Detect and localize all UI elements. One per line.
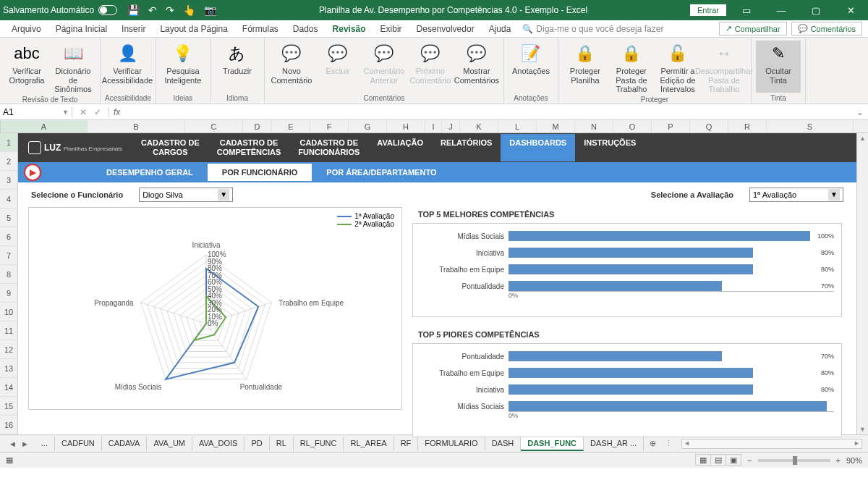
ribbon-pesquisa-inteligente[interactable]: 💡Pesquisa Inteligente xyxy=(161,41,205,93)
col-header[interactable]: B xyxy=(88,120,185,132)
row-header[interactable]: 5 xyxy=(0,209,17,227)
menu-página-inicial[interactable]: Página Inicial xyxy=(48,24,114,34)
col-header[interactable]: M xyxy=(537,120,575,132)
subtab[interactable]: POR FUNCIONÁRIO xyxy=(208,164,312,181)
subtab[interactable]: POR ÁREA/DEPARTAMENTO xyxy=(312,164,451,181)
row-header[interactable]: 12 xyxy=(0,340,17,359)
col-header[interactable]: C xyxy=(185,120,243,132)
accept-formula-icon[interactable]: ✓ xyxy=(94,107,101,117)
col-header[interactable]: L xyxy=(498,120,537,132)
nav-item[interactable]: CADASTRO DECOMPETÊNCIAS xyxy=(208,134,290,161)
menu-ajuda[interactable]: Ajuda xyxy=(482,24,519,34)
menu-revisão[interactable]: Revisão xyxy=(326,24,373,34)
sheet-tab[interactable]: PD xyxy=(244,437,269,451)
sheet-tab[interactable]: DASH_AR ... xyxy=(584,437,644,451)
ribbon-traduzir[interactable]: あTraduzir xyxy=(215,41,260,93)
ribbon-permitir-a-edi-o-de-intervalos[interactable]: 🔓Permitir a Edição de Intervalos xyxy=(655,41,700,94)
tab-prev-icon[interactable]: ◄ xyxy=(9,439,17,448)
row-header[interactable]: 9 xyxy=(0,284,17,303)
ribbon-novo-coment-rio[interactable]: 💬Novo Comentário xyxy=(269,41,314,93)
employee-select[interactable]: Diogo Silva▼ xyxy=(139,188,233,202)
col-header[interactable]: J xyxy=(442,120,460,132)
menu-dados[interactable]: Dados xyxy=(286,24,326,34)
undo-icon[interactable]: ↶ xyxy=(148,4,157,16)
share-button[interactable]: ↗Compartilhar xyxy=(719,22,787,35)
col-header[interactable]: I xyxy=(425,120,442,132)
nav-item[interactable]: DASHBOARDS xyxy=(501,134,575,161)
ribbon-proteger-pasta-de-trabalho[interactable]: 🔒Proteger Pasta de Trabalho xyxy=(609,41,654,94)
col-header[interactable]: E xyxy=(272,120,310,132)
sheet-tab[interactable]: ... xyxy=(35,437,55,451)
row-header[interactable]: 2 xyxy=(0,152,17,171)
nav-item[interactable]: CADASTRO DECARGOS xyxy=(132,134,208,161)
col-header[interactable]: G xyxy=(349,120,387,132)
menu-arquivo[interactable]: Arquivo xyxy=(4,24,48,34)
ribbon-dicion-rio-de-sin-nimos[interactable]: 📖Dicionário de Sinônimos xyxy=(51,41,95,94)
row-header[interactable]: 1 xyxy=(0,133,17,152)
vertical-scrollbar[interactable] xyxy=(856,133,868,434)
row-header[interactable]: 11 xyxy=(0,321,17,340)
autosave-toggle[interactable]: Salvamento Automático xyxy=(3,5,117,15)
col-header[interactable]: T xyxy=(854,120,868,132)
nav-item[interactable]: AVALIAÇÃO xyxy=(368,134,432,161)
col-header[interactable]: K xyxy=(460,120,498,132)
cancel-formula-icon[interactable]: ✕ xyxy=(80,107,87,117)
close-icon[interactable]: ✕ xyxy=(836,5,865,16)
col-header[interactable]: S xyxy=(767,120,854,132)
nav-item[interactable]: CADASTRO DEFUNCIONÁRIOS xyxy=(289,134,368,161)
maximize-icon[interactable]: ▢ xyxy=(801,5,830,16)
col-header[interactable]: D xyxy=(243,120,272,132)
col-header[interactable]: P xyxy=(652,120,690,132)
zoom-in-icon[interactable]: + xyxy=(836,456,841,465)
row-header[interactable]: 16 xyxy=(0,416,17,434)
col-header[interactable]: N xyxy=(575,120,613,132)
row-header[interactable]: 3 xyxy=(0,171,17,190)
menu-desenvolvedor[interactable]: Desenvolvedor xyxy=(409,24,482,34)
sheet-tab[interactable]: DASH xyxy=(485,437,522,451)
expand-formula-icon[interactable]: ⌄ xyxy=(852,107,868,117)
redo-icon[interactable]: ↷ xyxy=(166,4,174,16)
toggle-switch-icon[interactable] xyxy=(98,5,117,15)
sheet-tab[interactable]: CADAVA xyxy=(102,437,148,451)
tell-me-search[interactable]: 🔍 Diga-me o que você deseja fazer xyxy=(522,24,663,34)
col-header[interactable]: Q xyxy=(690,120,728,132)
col-header[interactable]: H xyxy=(387,120,425,132)
sheet-tab[interactable]: RL_FUNC xyxy=(294,437,344,451)
nav-item[interactable]: RELATÓRIOS xyxy=(432,134,501,161)
new-sheet-icon[interactable]: ⊕ xyxy=(644,439,662,448)
save-icon[interactable]: 💾 xyxy=(127,4,140,16)
horizontal-scrollbar[interactable] xyxy=(681,439,862,449)
row-header[interactable]: 15 xyxy=(0,397,17,416)
comments-button[interactable]: 💬Comentários xyxy=(791,22,862,35)
sign-in-button[interactable]: Entrar xyxy=(690,4,726,16)
sheet-tab[interactable]: AVA_DOIS xyxy=(192,437,244,451)
sheet-tab[interactable]: RL xyxy=(270,437,294,451)
ribbon-verificar-ortografia[interactable]: abcVerificar Ortografia xyxy=(4,41,49,94)
ribbon-verificar-acessibilidade[interactable]: 👤Verificar Acessibilidade xyxy=(105,41,150,93)
row-header[interactable]: 7 xyxy=(0,246,17,265)
play-button[interactable]: ▶ xyxy=(24,164,41,181)
tab-next-icon[interactable]: ► xyxy=(21,439,29,448)
sheet-tab[interactable]: RF xyxy=(394,437,419,451)
sheet-tab[interactable]: RL_AREA xyxy=(344,437,393,451)
evaluation-select[interactable]: 1ª Avaliação▼ xyxy=(749,188,843,202)
zoom-out-icon[interactable]: − xyxy=(747,456,752,465)
menu-layout-da-página[interactable]: Layout da Página xyxy=(153,24,234,34)
chevron-down-icon[interactable]: ▼ xyxy=(62,109,69,116)
row-header[interactable]: 6 xyxy=(0,227,17,246)
sheet-tab[interactable]: FORMULARIO xyxy=(418,437,485,451)
menu-exibir[interactable]: Exibir xyxy=(373,24,409,34)
cell-grid[interactable]: LUZ Planilhas Empresariais CADASTRO DECA… xyxy=(18,133,856,434)
row-header[interactable]: 4 xyxy=(0,190,17,209)
name-box[interactable]: A1▼ xyxy=(0,107,72,117)
zoom-slider[interactable] xyxy=(758,459,830,462)
record-macro-icon[interactable]: ▦ xyxy=(6,455,13,465)
row-header[interactable]: 14 xyxy=(0,378,17,397)
touch-mode-icon[interactable]: 👆 xyxy=(183,4,195,16)
sheet-tab[interactable]: AVA_UM xyxy=(147,437,192,451)
view-buttons[interactable]: ▦▤▣ xyxy=(696,455,741,465)
menu-fórmulas[interactable]: Fórmulas xyxy=(235,24,286,34)
fx-icon[interactable]: fx xyxy=(109,107,124,117)
row-header[interactable]: 10 xyxy=(0,303,17,321)
col-header[interactable]: O xyxy=(613,120,652,132)
